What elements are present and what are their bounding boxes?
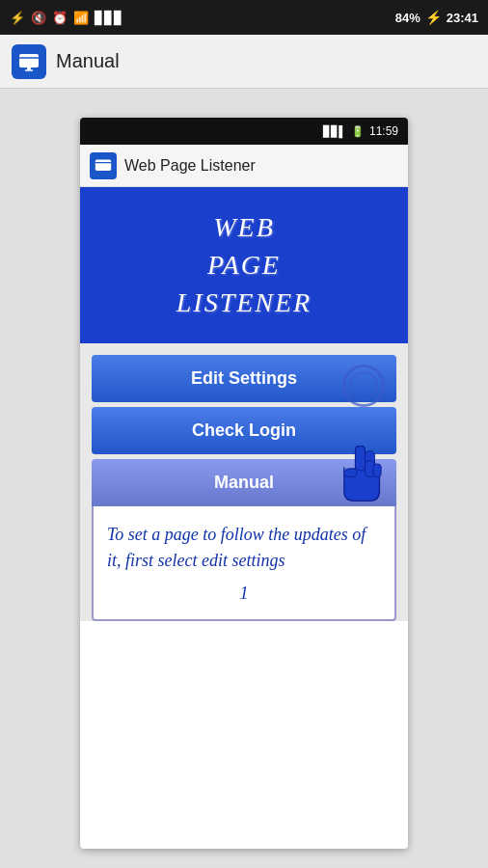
svg-rect-4 [95, 159, 111, 170]
app-icon [12, 44, 46, 79]
signal-icon: ▊▊▊ [95, 11, 123, 25]
banner-line3: LISTENER [90, 284, 398, 321]
banner-line1: WEB [90, 208, 398, 246]
inner-app-bar: Web Page Listener [80, 145, 408, 187]
svg-rect-0 [19, 54, 39, 68]
usb-icon: ⚡ [10, 11, 25, 25]
manual-page-number: 1 [107, 583, 381, 604]
mute-icon: 🔇 [31, 11, 46, 25]
check-login-label: Check Login [101, 420, 387, 441]
banner-line2: PAGE [90, 246, 398, 284]
buttons-section: Edit Settings Check Login [80, 343, 408, 621]
inner-app-icon-svg [95, 157, 112, 175]
status-left-icons: ⚡ 🔇 ⏰ 📶 ▊▊▊ [10, 11, 123, 25]
edit-settings-row: Edit Settings [92, 355, 396, 402]
app-bar: Manual [0, 35, 488, 89]
manual-button[interactable]: Manual [92, 459, 396, 506]
status-right-icons: 84% ⚡ 23:41 [395, 10, 478, 25]
app-icon-svg [18, 51, 40, 72]
alarm-icon: ⏰ [52, 11, 68, 25]
status-bar: ⚡ 🔇 ⏰ 📶 ▊▊▊ 84% ⚡ 23:41 [0, 0, 488, 35]
wifi-icon: 📶 [73, 11, 89, 25]
check-login-button[interactable]: Check Login [92, 407, 396, 454]
edit-settings-button[interactable]: Edit Settings [92, 355, 396, 402]
manual-row: Manual [92, 459, 396, 506]
phone-card: ▊▊▌ 🔋 11:59 Web Page Listener WEB PAGE L… [80, 118, 408, 849]
banner-text: WEB PAGE LISTENER [90, 208, 398, 322]
manual-info-text: To set a page to follow the updates of i… [107, 522, 381, 574]
inner-app-icon [90, 152, 117, 179]
edit-settings-label: Edit Settings [101, 368, 387, 389]
main-content: ▊▊▌ 🔋 11:59 Web Page Listener WEB PAGE L… [0, 89, 488, 868]
check-login-row: Check Login [92, 407, 396, 454]
battery-label: 84% [395, 11, 420, 25]
blue-banner: WEB PAGE LISTENER [80, 187, 408, 343]
manual-info-box: To set a page to follow the updates of i… [92, 506, 396, 621]
inner-battery-icon: 🔋 [351, 125, 365, 138]
inner-time-label: 11:59 [369, 124, 398, 138]
inner-status-bar: ▊▊▌ 🔋 11:59 [80, 118, 408, 145]
time-label: 23:41 [447, 11, 478, 25]
inner-app-title: Web Page Listener [124, 157, 256, 175]
app-bar-title: Manual [56, 50, 120, 72]
inner-signal-icon: ▊▊▌ [323, 125, 346, 138]
charging-icon: ⚡ [425, 10, 442, 25]
